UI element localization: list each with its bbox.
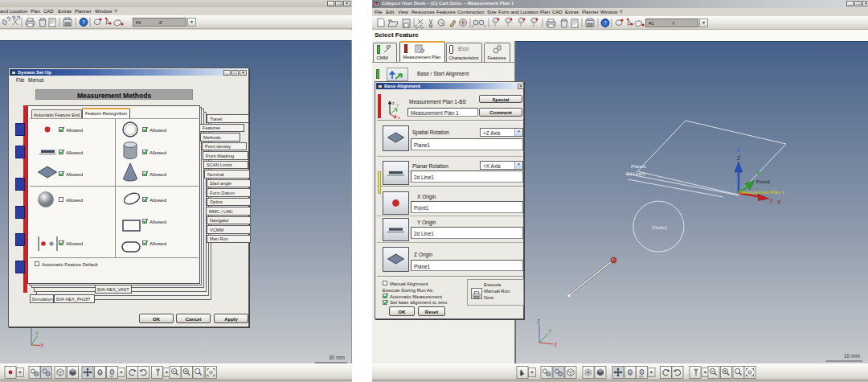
svg-text:Z: Z	[537, 318, 540, 324]
svg-text:Plane1: Plane1	[631, 163, 647, 169]
svg-text:z: z	[392, 101, 395, 105]
svg-text:X: X	[769, 198, 773, 203]
svg-text:Circle1: Circle1	[652, 224, 668, 230]
svg-text:?: ?	[82, 19, 85, 25]
svg-text:xyz: xyz	[639, 375, 644, 378]
svg-text:Z: Z	[737, 155, 740, 161]
svg-text:xyz: xyz	[109, 375, 114, 378]
svg-text:2d Line1: 2d Line1	[626, 170, 645, 176]
svg-text:X: X	[554, 342, 558, 347]
svg-text:Measurement Plan 1: Measurement Plan 1	[739, 189, 785, 195]
svg-text:10 mm: 10 mm	[844, 353, 860, 359]
svg-text:?: ?	[604, 20, 607, 26]
svg-text:30 mm: 30 mm	[329, 355, 345, 360]
svg-text:X: X	[777, 199, 781, 205]
svg-text:x: x	[398, 115, 400, 119]
svg-text:Y: Y	[396, 103, 399, 108]
svg-text:Y: Y	[35, 331, 39, 336]
svg-text:Y: Y	[548, 328, 552, 334]
svg-text:Point1: Point1	[756, 179, 771, 184]
svg-text:X: X	[40, 343, 44, 348]
svg-text:Z: Z	[737, 147, 740, 153]
